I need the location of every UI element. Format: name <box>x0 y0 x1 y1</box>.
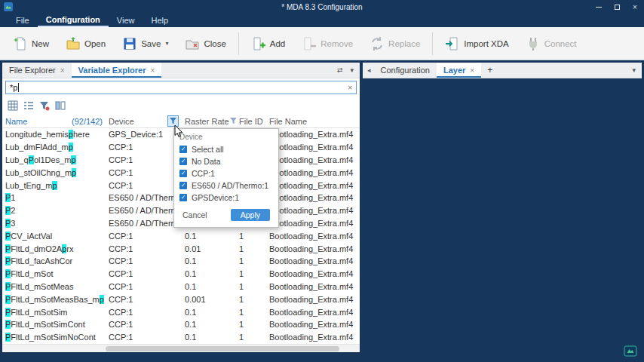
add-layer-button[interactable]: + <box>481 63 498 78</box>
connect-button[interactable]: Connect <box>517 32 585 56</box>
table-row[interactable]: PFltLd_dmO2Aprx CCP:1 0.01 1 Bootloading… <box>2 242 360 255</box>
tab-close-icon[interactable]: × <box>60 66 65 75</box>
new-icon <box>13 36 28 51</box>
table-row[interactable]: PFltLd_facAshCor CCP:1 0.1 1 Bootloading… <box>2 255 360 268</box>
remove-button[interactable]: Remove <box>293 32 361 56</box>
cell-file-name: Bootloading_Extra.mf4 <box>266 168 360 177</box>
tab-overflow-icon[interactable]: ▾ <box>350 66 354 74</box>
filter-option[interactable]: ✓ CCP:1 <box>179 167 273 179</box>
connect-icon <box>526 36 541 51</box>
filter-option-label: Select all <box>192 145 224 154</box>
add-icon <box>251 36 266 51</box>
scrollbar-thumb[interactable] <box>106 346 339 351</box>
table-row[interactable]: PCV_iActVal CCP:1 0.1 1 Bootloading_Extr… <box>2 229 360 242</box>
filter-option[interactable]: ✓ Select all <box>179 143 273 155</box>
device-filter-funnel-icon[interactable] <box>167 115 179 127</box>
save-button[interactable]: Save ▾ <box>114 32 176 56</box>
configuration-pane: ◂ Configuration Layer × + ▾ <box>363 63 642 352</box>
table-row[interactable]: PFltLd_mSot CCP:1 0.1 1 Bootloading_Extr… <box>2 268 360 281</box>
menu-view[interactable]: View <box>109 14 143 27</box>
filter-option-label: CCP:1 <box>192 169 215 178</box>
cell-name: PFltLd_dmO2Aprx <box>2 244 106 253</box>
cell-file-name: Bootloading_Extra.mf4 <box>266 143 360 152</box>
checkbox-checked-icon[interactable]: ✓ <box>179 170 187 177</box>
device-filter-popup: Device ✓ Select all ✓ No Data ✓ CCP:1 ✓ … <box>173 128 279 228</box>
cell-raster: 0.1 <box>182 232 236 241</box>
tab-file-explorer[interactable]: File Explorer × <box>2 63 72 78</box>
cell-device: CCP:1 <box>106 181 182 190</box>
filter-option[interactable]: ✓ No Data <box>179 155 273 167</box>
tab-configuration[interactable]: Configuration <box>374 63 437 78</box>
raster-filter-funnel-icon[interactable] <box>229 117 236 125</box>
maximize-button[interactable] <box>608 0 626 14</box>
cell-file-name: Bootloading_Extra.mf4 <box>266 130 360 139</box>
import-xda-button[interactable]: Import XDA <box>437 32 517 56</box>
workspace: File Explorer × Variable Explorer × ⇄ ▾ … <box>0 60 644 362</box>
menu-help[interactable]: Help <box>143 14 177 27</box>
tab-close-icon[interactable]: × <box>470 66 474 75</box>
menu-configuration[interactable]: Configuration <box>38 14 109 27</box>
filter-count: (92/142) <box>72 117 103 126</box>
column-header-raster-rate[interactable]: Raster Rate <box>182 115 236 127</box>
cell-name: Lub_dmFlAdd_mp <box>2 143 106 152</box>
open-button[interactable]: Open <box>57 32 114 56</box>
minimize-button[interactable] <box>590 0 608 14</box>
menubar: File Configuration View Help <box>0 14 644 27</box>
column-header-name[interactable]: Name (92/142) <box>2 115 106 127</box>
cell-name: Lub_tEng_mp <box>2 181 106 190</box>
table-row[interactable]: PFltLd_mSotSimCont CCP:1 0.1 1 Bootloadi… <box>2 318 360 331</box>
cell-device: GPS_Device:1 <box>106 130 182 139</box>
cell-device: CCP:1 <box>106 295 182 304</box>
cell-file-name: Bootloading_Extra.mf4 <box>266 244 360 253</box>
cell-name: Lub_stOilChng_mp <box>2 168 106 177</box>
cell-device: ES650 / AD/Thermo:1 <box>106 193 182 202</box>
column-header-file-name[interactable]: File Name <box>266 115 360 127</box>
dock-toggle-icon[interactable]: ⇄ <box>337 66 343 74</box>
apply-button[interactable]: Apply <box>231 209 270 221</box>
close-config-button[interactable]: Close <box>176 32 234 56</box>
cell-name: PCV_iActVal <box>2 232 106 241</box>
explorer-strip-controls: ⇄ ▾ <box>337 63 360 78</box>
search-clear-icon[interactable]: × <box>348 84 352 92</box>
table-row[interactable]: PFltLd_mSotMeas CCP:1 0.1 1 Bootloading_… <box>2 281 360 293</box>
column-header-device[interactable]: Device <box>106 115 182 127</box>
add-button[interactable]: Add <box>243 32 293 56</box>
filter-popup-buttons: Cancel Apply <box>179 209 273 221</box>
checkbox-checked-icon[interactable]: ✓ <box>179 146 187 153</box>
tab-overflow-icon[interactable]: ▾ <box>632 66 636 74</box>
cell-device: CCP:1 <box>106 333 182 342</box>
menu-file[interactable]: File <box>8 14 38 27</box>
search-input[interactable]: *p × <box>5 81 357 94</box>
tab-close-icon[interactable]: × <box>150 66 155 75</box>
cell-device: ES650 / AD/Thermo:1 <box>106 219 182 228</box>
app-logo-icon <box>4 2 13 11</box>
column-chooser-icon[interactable] <box>55 100 66 111</box>
cell-file-name: Bootloading_Extra.mf4 <box>266 232 360 241</box>
list-view-icon[interactable] <box>23 100 34 111</box>
minimize-icon <box>596 7 602 8</box>
column-header-file-id[interactable]: File ID <box>236 115 266 127</box>
cell-device: ES650 / AD/Thermo:1 <box>106 206 182 215</box>
explorer-tabstrip: File Explorer × Variable Explorer × ⇄ ▾ <box>2 63 360 78</box>
table-row[interactable]: PFltLd_mSotSimNoCont CCP:1 0.1 1 Bootloa… <box>2 331 360 344</box>
replace-button[interactable]: Replace <box>361 32 428 56</box>
grid-view-icon[interactable] <box>8 100 18 111</box>
new-button[interactable]: New <box>5 32 57 56</box>
cell-file-name: Bootloading_Extra.mf4 <box>266 333 360 342</box>
table-row[interactable]: PFltLd_mSotMeasBas_mp CCP:1 0.001 1 Boot… <box>2 293 360 305</box>
checkbox-checked-icon[interactable]: ✓ <box>179 158 187 165</box>
checkbox-checked-icon[interactable]: ✓ <box>179 182 187 189</box>
horizontal-scrollbar[interactable] <box>2 344 360 352</box>
table-row[interactable]: PFltLd_mSotSim CCP:1 0.1 1 Bootloading_E… <box>2 305 360 318</box>
filter-option[interactable]: ✓ ES650 / AD/Thermo:1 <box>179 179 273 192</box>
filter-option[interactable]: ✓ GPSDevice:1 <box>179 192 273 204</box>
tab-scroll-left-icon[interactable]: ◂ <box>363 63 374 78</box>
close-window-button[interactable]: × <box>626 0 644 14</box>
save-dropdown-icon[interactable]: ▾ <box>165 40 168 47</box>
cell-device: CCP:1 <box>106 168 182 177</box>
filter-settings-icon[interactable] <box>39 100 50 111</box>
tab-variable-explorer[interactable]: Variable Explorer × <box>72 63 162 78</box>
checkbox-checked-icon[interactable]: ✓ <box>179 194 187 201</box>
tab-layer[interactable]: Layer × <box>437 63 481 78</box>
cancel-button[interactable]: Cancel <box>182 210 207 219</box>
